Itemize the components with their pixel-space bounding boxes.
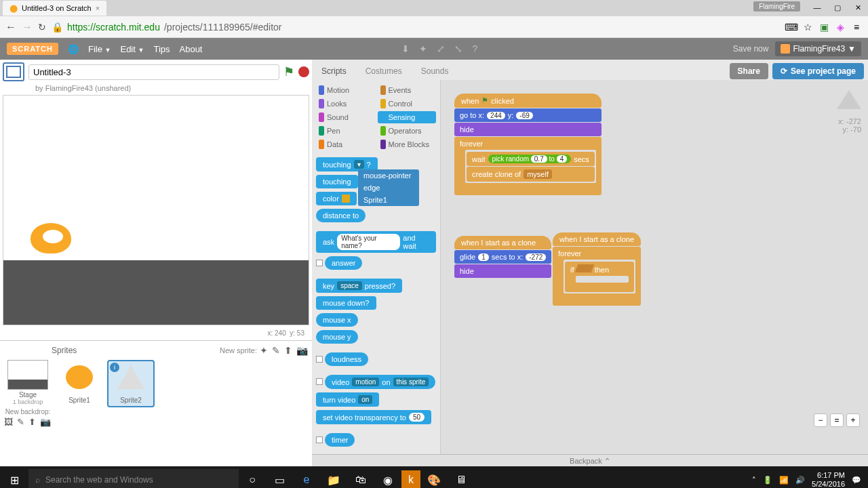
window-maximize-icon[interactable]: ▢ [827, 0, 848, 15]
dd-sprite1[interactable]: Sprite1 [358, 194, 419, 206]
chrome-icon[interactable]: ◉ [374, 466, 401, 488]
reload-icon[interactable]: ↻ [38, 22, 46, 33]
paint-backdrop-icon[interactable]: ✎ [17, 417, 24, 427]
cat-motion[interactable]: Motion [316, 84, 375, 96]
cat-looks[interactable]: Looks [316, 98, 375, 110]
tips-menu[interactable]: Tips [153, 44, 170, 54]
task-view-icon[interactable]: ▭ [266, 466, 293, 488]
sprite-library-icon[interactable]: ✦ [260, 345, 268, 356]
stop-icon[interactable] [298, 66, 309, 77]
cat-more[interactable]: More Blocks [378, 138, 437, 150]
clock[interactable]: 6:17 PM 5/24/2016 [812, 471, 845, 488]
cat-pen[interactable]: Pen [316, 125, 375, 137]
fullscreen-icon[interactable] [3, 62, 24, 81]
hat-when-flag[interactable]: when ⚑ clicked [454, 94, 601, 108]
tray-chevron-icon[interactable]: ˄ [752, 476, 756, 485]
hat-when-clone[interactable]: when I start as a clone [454, 236, 551, 249]
timer-checkbox[interactable] [316, 436, 323, 443]
block-mouse-down[interactable]: mouse down? [316, 296, 376, 310]
block-goto[interactable]: go to x: 244 y: -69 [454, 108, 601, 122]
zoom-in-icon[interactable]: + [846, 413, 860, 427]
block-turn-video[interactable]: turn video on [316, 392, 379, 407]
backpack-panel[interactable]: Backpack ⌃ [312, 454, 868, 466]
battery-icon[interactable]: 🔋 [763, 476, 772, 485]
store-icon[interactable]: 🛍 [347, 466, 374, 488]
stage[interactable]: x: 240 y: 53 [3, 95, 309, 325]
keyboard-icon[interactable]: ⌨ [785, 21, 797, 33]
zoom-out-icon[interactable]: − [814, 413, 827, 427]
wifi-icon[interactable]: 📶 [779, 476, 789, 485]
explorer-icon[interactable]: 📁 [320, 466, 347, 488]
block-forever2[interactable]: forever if then [553, 247, 641, 306]
block-loudness[interactable]: loudness [325, 352, 368, 366]
zoom-reset-icon[interactable]: = [830, 413, 844, 427]
block-forever[interactable]: forever wait pick random 0.7 to 4 secs c… [454, 137, 601, 195]
share-button[interactable]: Share [730, 63, 768, 79]
block-set-video[interactable]: set video transparency to 50 [316, 410, 431, 424]
block-hide2[interactable]: hide [454, 264, 551, 278]
browser-tab[interactable]: ⬤ Untitled-3 on Scratch × [3, 1, 106, 16]
backdrop-library-icon[interactable]: 🖼 [4, 417, 13, 427]
cortana-icon[interactable]: ○ [239, 466, 266, 488]
camera-sprite-icon[interactable]: 📷 [296, 345, 308, 356]
touching-dropdown[interactable]: mouse-pointer edge Sprite1 [358, 169, 419, 206]
app-k-icon[interactable]: k [401, 470, 420, 488]
display-icon[interactable]: 🖥 [448, 466, 475, 488]
edge-icon[interactable]: e [293, 466, 320, 488]
bookmark-icon[interactable]: ☆ [802, 21, 814, 33]
menu-icon[interactable]: ≡ [850, 21, 863, 33]
scripts-canvas[interactable]: x: -272 y: -70 when ⚑ clicked go to x: 2… [441, 80, 868, 454]
block-touching-color[interactable]: touching [316, 175, 358, 188]
block-ask[interactable]: ask What's your name? and wait [316, 231, 436, 253]
camera-backdrop-icon[interactable]: 📷 [40, 417, 51, 427]
tab-scripts[interactable]: Scripts [312, 63, 356, 79]
block-if[interactable]: if then [565, 262, 634, 292]
cat-events[interactable]: Events [378, 84, 437, 96]
cat-sensing[interactable]: Sensing [378, 111, 437, 123]
download-icon[interactable]: ⬇ [401, 43, 410, 54]
paint-sprite-icon[interactable]: ✎ [272, 345, 280, 356]
block-distance-to[interactable]: distance to [316, 209, 366, 222]
block-create-clone[interactable]: create clone of myself [467, 167, 595, 182]
help-icon[interactable]: ? [472, 43, 477, 54]
windows-search-input[interactable]: ⌕ Search the web and Windows [28, 469, 239, 488]
window-minimize-icon[interactable]: — [807, 0, 827, 15]
cat-sound[interactable]: Sound [316, 111, 375, 123]
stamp-icon[interactable]: ✦ [419, 43, 427, 54]
extension-icon[interactable]: ▣ [818, 21, 830, 33]
upload-sprite-icon[interactable]: ⬆ [284, 345, 292, 356]
block-color[interactable]: color [316, 192, 357, 205]
volume-icon[interactable]: 🔊 [795, 476, 805, 485]
windows-start-icon[interactable]: ⊞ [0, 466, 28, 488]
cat-data[interactable]: Data [316, 138, 375, 150]
green-flag-icon[interactable]: ⚑ [283, 64, 294, 79]
block-mouse-x[interactable]: mouse x [316, 313, 358, 327]
block-hide[interactable]: hide [454, 123, 601, 136]
block-mouse-y[interactable]: mouse y [316, 330, 358, 344]
window-close-icon[interactable]: ✕ [848, 0, 868, 15]
back-icon[interactable]: ← [5, 21, 16, 33]
grow-icon[interactable]: ⤢ [437, 43, 445, 54]
block-timer[interactable]: timer [325, 433, 355, 447]
paint-icon[interactable]: 🎨 [420, 466, 448, 488]
cat-sprite[interactable] [24, 213, 78, 260]
url-bar[interactable]: 🔒 https://scratch.mit.edu/projects/11118… [52, 22, 780, 33]
tab-costumes[interactable]: Costumes [356, 63, 412, 79]
edit-menu[interactable]: Edit ▼ [120, 44, 144, 54]
about-menu[interactable]: About [180, 44, 203, 54]
block-wait[interactable]: wait pick random 0.7 to 4 secs [467, 152, 595, 166]
sprite2-thumb[interactable]: i Sprite2 [107, 360, 155, 407]
notifications-icon[interactable]: 💬 [852, 476, 861, 485]
cat-control[interactable]: Control [378, 98, 437, 110]
hat-when-clone2[interactable]: when I start as a clone [553, 232, 641, 246]
answer-checkbox[interactable] [316, 260, 323, 266]
sprite1-thumb[interactable]: Sprite1 [56, 360, 103, 407]
save-now-button[interactable]: Save now [733, 44, 769, 54]
block-answer[interactable]: answer [325, 256, 362, 270]
dd-mouse-pointer[interactable]: mouse-pointer [358, 169, 419, 182]
upload-backdrop-icon[interactable]: ⬆ [28, 417, 36, 427]
globe-icon[interactable]: 🌐 [68, 44, 79, 54]
stage-thumbnail[interactable]: Stage 1 backdrop New backdrop: 🖼 ✎ ⬆ 📷 [4, 360, 52, 427]
chrome-user-tag[interactable]: FlamingFire [753, 1, 800, 12]
video-checkbox[interactable] [316, 378, 323, 385]
